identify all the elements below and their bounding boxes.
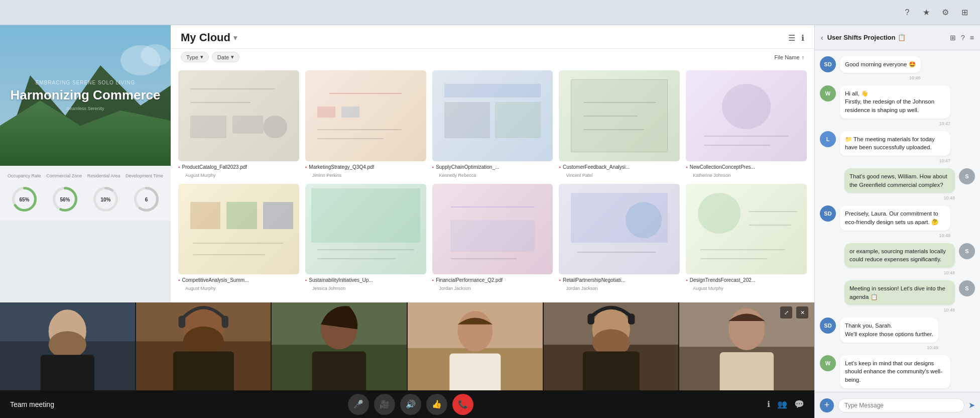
- chat-input[interactable]: [838, 398, 964, 412]
- file-item[interactable]: ▪ SustainabilityInitiatives_Up... Jessic…: [305, 184, 426, 291]
- file-thumb: [305, 184, 426, 275]
- message-row-right: S That's good news, William. How about t…: [820, 168, 975, 200]
- grid-icon[interactable]: ⊞: [959, 7, 970, 18]
- date-filter-button[interactable]: Date ▾: [212, 52, 239, 62]
- back-icon[interactable]: ‹: [821, 34, 823, 42]
- message-time: 10:48: [844, 195, 955, 200]
- type-filter-button[interactable]: Type ▾: [181, 52, 209, 62]
- people-video-icon[interactable]: 👥: [777, 399, 787, 409]
- file-author: Jessica Johnson: [305, 286, 426, 291]
- message-group: Meeting in session! Let's dive into the …: [844, 280, 955, 312]
- file-grid-header: My Cloud ▾ ☰ ℹ: [171, 25, 814, 49]
- file-item[interactable]: ▪ RetailPartnershipNegotiati... Jordan J…: [559, 184, 680, 291]
- close-video-button[interactable]: ✕: [796, 306, 808, 319]
- message-row: SD Thank you, Sarah.We'll explore those …: [820, 318, 975, 350]
- file-item[interactable]: ▪ MarketingStrategy_Q3Q4.pdf Jiminn Perk…: [305, 70, 426, 178]
- help-icon[interactable]: ?: [902, 7, 913, 18]
- file-thumb: [178, 184, 299, 275]
- stat-commercial: 56%: [51, 185, 79, 213]
- file-author: Vincent Patel: [559, 173, 680, 178]
- file-thumb: [432, 184, 553, 275]
- list-view-icon[interactable]: ☰: [788, 33, 795, 43]
- pdf-icon: ▪: [305, 164, 307, 170]
- top-bar: ? ★ ⚙ ⊞: [0, 0, 980, 25]
- file-author: Jiminn Perkins: [305, 173, 426, 178]
- video-feed-2: [136, 302, 272, 390]
- camera-button[interactable]: 🎥: [374, 394, 395, 415]
- video-controls-bar: ⤢ ✕: [780, 306, 808, 319]
- pdf-icon: ▪: [432, 277, 434, 283]
- star-icon[interactable]: ★: [921, 7, 932, 18]
- react-button[interactable]: 👍: [426, 394, 447, 415]
- preview-title: Harmonizing Commerce: [10, 87, 160, 103]
- file-grid: ▪ ProductCatalog_Fall2023.pdf August Mur…: [171, 65, 814, 302]
- message-row-right: S Meeting in session! Let's dive into th…: [820, 280, 975, 312]
- stat-occupancy: 65%: [11, 185, 38, 213]
- file-item[interactable]: ▪ CompetitiveAnalysis_Summ... August Mur…: [178, 184, 299, 291]
- grid-chat-icon[interactable]: ⊞: [950, 34, 956, 42]
- file-name-row: ▪ SupplyChainOptimization_...: [432, 164, 553, 170]
- file-name: CompetitiveAnalysis_Summ...: [182, 277, 249, 283]
- pdf-icon: ▪: [305, 277, 307, 283]
- file-name: CustomerFeedback_Analysi...: [563, 164, 630, 170]
- attach-button[interactable]: +: [820, 398, 834, 412]
- video-feed-5: [544, 302, 680, 390]
- file-item[interactable]: ▪ FinancialPerformance_Q2.pdf Jordan Jac…: [432, 184, 553, 291]
- message-bubble: That's good news, William. How about the…: [844, 168, 955, 193]
- speaker-button[interactable]: 🔊: [400, 394, 421, 415]
- svg-rect-41: [583, 352, 640, 390]
- file-item[interactable]: ▪ DesignTrendsForecast_202... August Mur…: [686, 184, 807, 291]
- svg-rect-47: [720, 352, 774, 390]
- preview-sidebar: Embracing Serene Solo Living Harmonizing…: [0, 25, 171, 302]
- cloud-chevron-icon[interactable]: ▾: [233, 34, 237, 42]
- file-thumb: [432, 70, 553, 161]
- file-thumb: [305, 70, 426, 161]
- info-icon[interactable]: ℹ: [801, 33, 804, 43]
- file-author: Jordan Jackson: [559, 286, 680, 291]
- file-item[interactable]: ▪ ProductCatalog_Fall2023.pdf August Mur…: [178, 70, 299, 178]
- file-manager: Embracing Serene Solo Living Harmonizing…: [0, 25, 814, 302]
- svg-text:10%: 10%: [101, 197, 111, 202]
- file-item[interactable]: ▪ CustomerFeedback_Analysi... Vincent Pa…: [559, 70, 680, 178]
- help-chat-icon[interactable]: ?: [961, 34, 965, 42]
- filter-buttons: Type ▾ Date ▾: [181, 52, 239, 62]
- mic-button[interactable]: 🎤: [348, 394, 369, 415]
- file-name: FinancialPerformance_Q2.pdf: [436, 277, 503, 283]
- file-name-row: ▪ FinancialPerformance_Q2.pdf: [432, 277, 553, 283]
- pdf-icon: ▪: [559, 164, 561, 170]
- send-icon[interactable]: ➤: [968, 400, 975, 410]
- message-row: L 📁 The meeting materials for today have…: [820, 131, 975, 163]
- file-name: SupplyChainOptimization_...: [436, 164, 499, 170]
- meeting-label: Team meeting: [10, 400, 54, 408]
- expand-video-button[interactable]: ⤢: [780, 306, 792, 319]
- stats-circles: 65% 56%: [8, 185, 163, 213]
- file-name: SustainabilityInitiatives_Up...: [309, 277, 373, 283]
- file-thumb: [686, 70, 807, 161]
- file-name-row: ▪ CustomerFeedback_Analysi...: [559, 164, 680, 170]
- menu-chat-icon[interactable]: ≡: [970, 34, 974, 42]
- gear-icon[interactable]: ⚙: [940, 7, 951, 18]
- message-row: SD Precisely, Laura. Our commitment to e…: [820, 205, 975, 238]
- avatar: SD: [820, 318, 836, 334]
- avatar: SD: [820, 205, 836, 222]
- video-feed-1: [0, 302, 136, 390]
- video-section: ⤢ ✕: [0, 302, 814, 418]
- preview-stats: Occupancy Rate Commercial Zone Residenti…: [0, 166, 171, 221]
- message-group: That's good news, William. How about the…: [844, 168, 955, 200]
- file-item[interactable]: ▪ SupplyChainOptimization_... Kennedy Re…: [432, 70, 553, 178]
- sort-label[interactable]: File Name ↑: [774, 54, 804, 60]
- file-name: DesignTrendsForecast_202...: [690, 277, 756, 283]
- message-bubble: Let's keep in mind that our designs shou…: [840, 355, 950, 388]
- chat-video-icon[interactable]: 💬: [794, 399, 804, 409]
- end-call-button[interactable]: 📞: [452, 394, 473, 415]
- chat-input-area: + ➤: [815, 392, 980, 418]
- stat-development: 6: [133, 185, 160, 213]
- info-video-icon[interactable]: ℹ: [767, 399, 770, 409]
- file-author: Jordan Jackson: [432, 286, 553, 291]
- message-time: 10:46: [840, 75, 921, 80]
- preview-text-overlay: Embracing Serene Solo Living Harmonizing…: [0, 25, 171, 166]
- file-item[interactable]: ▪ NewCollectionConceptPres... Katherine …: [686, 70, 807, 178]
- message-time: 10:49: [840, 345, 938, 350]
- file-name-row: ▪ CompetitiveAnalysis_Summ...: [178, 277, 299, 283]
- message-group: Thank you, Sarah.We'll explore those opt…: [840, 318, 938, 350]
